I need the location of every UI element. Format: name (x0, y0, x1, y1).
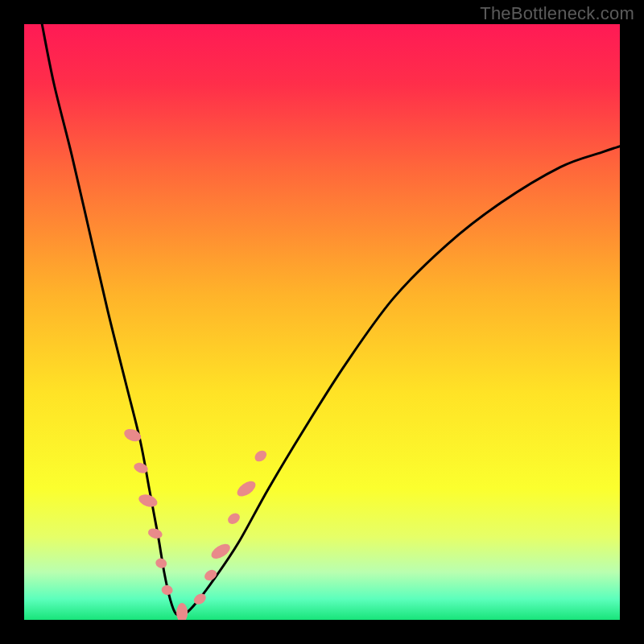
watermark: TheBottleneck.com (480, 3, 634, 24)
bottleneck-curve (42, 24, 620, 616)
data-marker (225, 511, 242, 526)
data-marker (137, 493, 159, 510)
data-marker (253, 448, 269, 464)
data-marker (161, 584, 174, 596)
frame: TheBottleneck.com (0, 0, 644, 644)
data-marker (155, 557, 167, 569)
chart-svg (24, 24, 620, 620)
data-marker (203, 568, 219, 583)
data-marker (147, 526, 163, 539)
plot-area (24, 24, 620, 620)
data-marker (176, 603, 188, 620)
data-marker (234, 478, 258, 499)
